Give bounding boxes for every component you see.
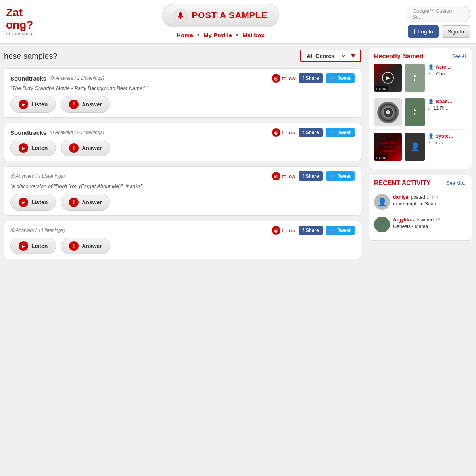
header-right: Google™ Custom Se... f Log In Sign-In bbox=[407, 6, 470, 38]
sample-actions: @ follow f Share 🐦 Tweet bbox=[272, 73, 355, 83]
chevron-down-icon: ▼ bbox=[350, 52, 356, 60]
music-note-icon: ♪ bbox=[428, 106, 430, 111]
activity-action: answered bbox=[413, 217, 435, 223]
named-artist: 👤 Avici... bbox=[428, 64, 467, 70]
twitter-button[interactable]: 🐦 Tweet bbox=[326, 128, 355, 137]
vinyl-record-icon bbox=[377, 102, 399, 123]
fb-share-button[interactable]: f Share bbox=[299, 171, 323, 181]
twitter-button[interactable]: 🐦 Tweet bbox=[326, 226, 355, 235]
google-search[interactable]: Google™ Custom Se... bbox=[407, 6, 470, 22]
sample-buttons: ▶ Listen ! Answer bbox=[10, 238, 355, 254]
twitter-icon: 🐦 bbox=[330, 173, 336, 179]
listen-button[interactable]: ▶ Listen bbox=[10, 238, 56, 254]
fb-share-icon: f bbox=[303, 130, 304, 135]
answer-button[interactable]: ! Answer bbox=[61, 140, 110, 156]
fb-login-button[interactable]: f Log In bbox=[408, 25, 439, 38]
fb-share-icon: f bbox=[303, 228, 304, 233]
sample-question: "The Dirty Grandpa Movie - Party Backgro… bbox=[10, 85, 355, 91]
post-sample-button[interactable]: POST A SAMPLE bbox=[162, 4, 279, 27]
twitter-button[interactable]: 🐦 Tweet bbox=[326, 73, 355, 83]
fb-share-label: Share bbox=[306, 130, 319, 135]
post-sample-label: POST A SAMPLE bbox=[192, 10, 267, 21]
right-panel: Recently Named See All ▶ iTunes bi 👤 bbox=[365, 44, 476, 270]
fb-share-label: Share bbox=[306, 228, 319, 233]
nav-dot2: • bbox=[236, 31, 238, 39]
user-icon: 👤 bbox=[428, 64, 434, 70]
follow-button[interactable]: @ follow bbox=[272, 74, 295, 83]
recent-activity-title: RECENT ACTIVITY bbox=[374, 180, 431, 187]
see-more-link[interactable]: See Mo... bbox=[447, 180, 467, 186]
filter-row: hese samples? All Genres Pop Rock Soundt… bbox=[4, 50, 361, 62]
fb-share-icon: f bbox=[303, 75, 304, 81]
music-note-icon: ♪ bbox=[428, 140, 430, 145]
sign-in-button[interactable]: Sign-In bbox=[442, 25, 470, 38]
genre-select[interactable]: All Genres Pop Rock Soundtracks Hip-Hop bbox=[305, 52, 347, 60]
follow-icon: @ bbox=[272, 226, 280, 235]
play-icon: ▶ bbox=[19, 143, 28, 153]
activity-text: Argykkz answered 13... Genesis - Mama bbox=[393, 217, 444, 230]
nav-links: Home • My Profile • Mailbox bbox=[177, 31, 265, 39]
named-thumb-beast2: bi bbox=[405, 98, 425, 126]
play-icon: ▶ bbox=[19, 198, 28, 207]
recently-named-list: ▶ iTunes bi 👤 Avici... ♪ "I Cou... bbox=[374, 64, 467, 164]
follow-button[interactable]: @ follow bbox=[272, 128, 295, 137]
named-thumb-system2: 👤 bbox=[405, 133, 425, 161]
activity-detail: Genesis - Mama bbox=[393, 224, 428, 229]
activity-detail: new sample in Soun... bbox=[393, 201, 440, 207]
header: Zat ong? of your songs POST A SAMPLE Hom… bbox=[0, 0, 476, 44]
named-item: bi 👤 Beas... ♪ "11 Ri... bbox=[374, 98, 467, 130]
twitter-icon: 🐦 bbox=[330, 75, 336, 81]
sample-actions: @ follow f Share 🐦 Tweet bbox=[272, 128, 355, 137]
nav-dot1: • bbox=[197, 31, 200, 39]
follow-button[interactable]: @ follow bbox=[272, 226, 295, 235]
nav-home[interactable]: Home bbox=[177, 32, 193, 38]
song-name: "11 Ri... bbox=[432, 106, 449, 111]
answer-label: Answer bbox=[82, 199, 102, 205]
sample-header: Soundtracks (0 Answers / 1 Listenings) @… bbox=[10, 73, 355, 83]
named-song: ♪ "I Cou... bbox=[428, 71, 467, 77]
logo-text: Zat bbox=[6, 7, 35, 19]
follow-label: follow bbox=[282, 173, 295, 179]
main-layout: hese samples? All Genres Pop Rock Soundt… bbox=[0, 44, 476, 270]
play-icon: ▶ bbox=[19, 241, 28, 251]
logo-text2: ong? bbox=[6, 19, 35, 31]
sample-buttons: ▶ Listen ! Answer bbox=[10, 140, 355, 156]
answer-button[interactable]: ! Answer bbox=[61, 96, 110, 113]
nav-mailbox[interactable]: Mailbox bbox=[242, 32, 265, 38]
user-icon: 👤 bbox=[428, 133, 434, 139]
twitter-icon: 🐦 bbox=[330, 130, 336, 135]
answer-button[interactable]: ! Answer bbox=[61, 194, 110, 211]
user-icon: 👤 bbox=[428, 99, 434, 104]
named-item: ▶ iTunes bi 👤 Avici... ♪ "I Cou... bbox=[374, 64, 467, 95]
sample-stats: (0 Answers / 4 Listenings) bbox=[10, 228, 65, 233]
fb-share-button[interactable]: f Share bbox=[299, 226, 323, 235]
named-artist: 👤 syste... bbox=[428, 133, 467, 139]
fb-icon: f bbox=[413, 28, 415, 35]
listen-button[interactable]: ▶ Listen bbox=[10, 194, 56, 211]
genre-select-wrapper[interactable]: All Genres Pop Rock Soundtracks Hip-Hop … bbox=[300, 50, 361, 62]
fb-share-label: Share bbox=[306, 75, 319, 81]
listen-button[interactable]: ▶ Listen bbox=[10, 140, 56, 156]
follow-button[interactable]: @ follow bbox=[272, 172, 295, 180]
see-all-link[interactable]: See All bbox=[452, 54, 467, 59]
sample-genre: Soundtracks bbox=[10, 75, 46, 82]
answer-button[interactable]: ! Answer bbox=[61, 238, 110, 254]
named-item: SYS.EMOF ADOWN iTunes 👤 👤 syste... ♪ bbox=[374, 133, 467, 164]
nav-my-profile[interactable]: My Profile bbox=[203, 32, 232, 38]
sample-card: (0 Answers / 4 Listenings) @ follow f Sh… bbox=[4, 221, 361, 259]
listen-label: Listen bbox=[31, 243, 48, 249]
auth-buttons: f Log In Sign-In bbox=[408, 25, 470, 38]
named-thumb-system: SYS.EMOF ADOWN iTunes bbox=[374, 133, 402, 161]
sample-header: Soundtracks (0 Answers / 6 Listenings) @… bbox=[10, 128, 355, 137]
logo-subtitle: of your songs bbox=[6, 31, 35, 36]
fb-share-button[interactable]: f Share bbox=[299, 73, 323, 83]
listen-button[interactable]: ▶ Listen bbox=[10, 96, 56, 113]
named-artist: 👤 Beas... bbox=[428, 98, 467, 104]
fb-login-label: Log In bbox=[418, 29, 433, 35]
svg-rect-2 bbox=[179, 16, 182, 17]
recently-named-box: Recently Named See All ▶ iTunes bi 👤 bbox=[369, 48, 472, 169]
fb-share-button[interactable]: f Share bbox=[299, 128, 323, 137]
sample-buttons: ▶ Listen ! Answer bbox=[10, 96, 355, 113]
twitter-button[interactable]: 🐦 Tweet bbox=[326, 171, 355, 181]
named-info: 👤 Beas... ♪ "11 Ri... bbox=[428, 98, 467, 111]
